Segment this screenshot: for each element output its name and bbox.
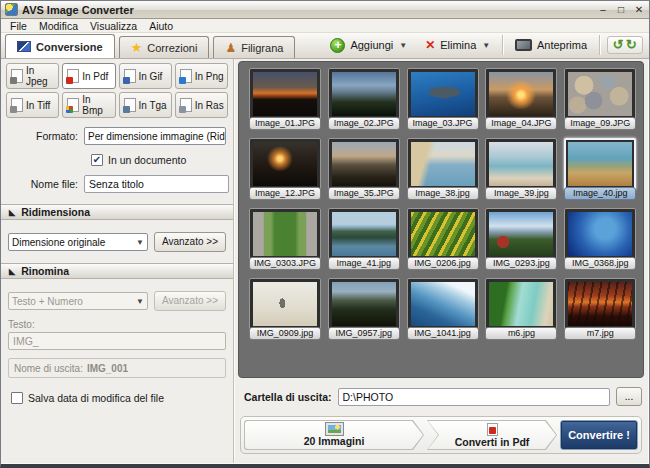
add-label: Aggiungi	[350, 39, 393, 51]
gallery-thumbnail[interactable]: Image_04.JPG	[483, 68, 559, 138]
save-date-checkbox[interactable]	[11, 392, 23, 404]
thumbnail-filename: Image_03.JPG	[407, 117, 479, 130]
thumbnail-photo	[568, 282, 632, 326]
maximize-icon[interactable]: □	[615, 4, 627, 16]
thumbnail-filename: Image_02.JPG	[328, 117, 400, 130]
delete-button[interactable]: ✕ Elimina ▼	[420, 36, 495, 54]
format-button[interactable]: In Png	[175, 63, 228, 89]
stamp-icon: ♟	[225, 42, 236, 54]
resize-preset-select[interactable]: Dimensione originale ▼	[8, 233, 148, 251]
tab-correzioni[interactable]: ★ Correzioni	[119, 36, 210, 58]
thumbnail-filename: Image_39.jpg	[485, 187, 557, 200]
format-button[interactable]: In Pdf	[62, 63, 115, 89]
thumbnail-frame	[564, 68, 636, 120]
close-icon[interactable]: ✕	[633, 4, 645, 16]
chevron-down-icon: ▼	[133, 238, 144, 247]
tab-filigrana[interactable]: ♟ Filigrana	[213, 36, 295, 58]
thumbnail-photo	[411, 72, 475, 116]
output-folder-input[interactable]	[338, 388, 610, 406]
gallery-thumbnail[interactable]: m6.jpg	[483, 278, 559, 348]
format-select[interactable]: Per dimensione immagine (Ridimensiona) ▼	[84, 127, 226, 145]
resize-advanced-button[interactable]: Avanzato >>	[154, 232, 226, 252]
add-button[interactable]: + Aggiungi ▼	[325, 36, 412, 55]
browse-button[interactable]: ...	[616, 387, 642, 406]
gallery-thumbnail[interactable]: IMG_0303.JPG	[247, 208, 323, 278]
thumbnail-filename: IMG_0368.jpg	[564, 257, 636, 270]
menu-item[interactable]: Visualizza	[84, 19, 143, 33]
rename-section-header[interactable]: ◣ Rinomina	[1, 263, 233, 279]
rotate-left-icon[interactable]: ↺	[613, 38, 624, 52]
thumbnail-frame	[485, 138, 557, 190]
gallery-thumbnail[interactable]: Image_09.JPG	[562, 68, 638, 138]
thumbnail-frame	[249, 68, 321, 120]
thumbnail-filename: Image_01.JPG	[249, 117, 321, 130]
thumbnail-filename: IMG_0293.jpg	[485, 257, 557, 270]
gallery-thumbnail[interactable]: Image_40.jpg	[562, 138, 638, 208]
toolbar-separator	[502, 35, 503, 55]
format-button[interactable]: In Tga	[119, 92, 172, 118]
thumbnail-filename: Image_09.JPG	[564, 117, 636, 130]
thumbnail-filename: IMG_0909.jpg	[249, 327, 321, 340]
gallery-thumbnail[interactable]: m7.jpg	[562, 278, 638, 348]
thumbnail-filename: Image_35.JPG	[328, 187, 400, 200]
format-button[interactable]: In Bmp	[62, 92, 115, 118]
thumbnail-filename: Image_38.jpg	[407, 187, 479, 200]
output-folder-label: Cartella di uscita:	[244, 391, 332, 403]
menu-item[interactable]: Modifica	[33, 19, 84, 33]
menu-item[interactable]: Aiuto	[143, 19, 179, 33]
format-button[interactable]: In Tiff	[6, 92, 59, 118]
file-format-icon	[180, 98, 192, 112]
rotate-right-icon[interactable]: ↻	[626, 38, 637, 52]
format-label: In Tiff	[26, 100, 50, 111]
format-button[interactable]: In Jpeg	[6, 63, 59, 89]
gallery-thumbnail[interactable]: IMG_0293.jpg	[483, 208, 559, 278]
thumbnail-frame	[407, 208, 479, 260]
thumbnail-frame	[249, 278, 321, 330]
gallery-thumbnail[interactable]: IMG_0909.jpg	[247, 278, 323, 348]
output-name-prefix: Nome di uscita:	[14, 363, 83, 374]
rename-header-label: Rinomina	[21, 265, 69, 277]
thumbnail-photo	[253, 142, 317, 186]
filename-input[interactable]	[84, 175, 229, 193]
title-bar[interactable]: AVS Image Converter – □ ✕	[1, 1, 649, 19]
gallery-thumbnail[interactable]: Image_41.jpg	[326, 208, 402, 278]
minimize-icon[interactable]: –	[597, 4, 609, 16]
tab-conversione[interactable]: Conversione	[5, 34, 115, 58]
gallery-thumbnail[interactable]: Image_38.jpg	[405, 138, 481, 208]
toolbar-separator	[599, 35, 600, 55]
thumbnail-photo	[411, 142, 475, 186]
gallery-thumbnail[interactable]: Image_01.JPG	[247, 68, 323, 138]
preview-button[interactable]: Anteprima	[510, 37, 592, 53]
gallery-thumbnail[interactable]: Image_12.JPG	[247, 138, 323, 208]
gallery-thumbnail[interactable]: Image_35.JPG	[326, 138, 402, 208]
gallery-thumbnail[interactable]: IMG_0368.jpg	[562, 208, 638, 278]
gallery-thumbnail[interactable]: Image_02.JPG	[326, 68, 402, 138]
gallery-thumbnail[interactable]: Image_03.JPG	[405, 68, 481, 138]
gallery-thumbnail[interactable]: IMG_0957.jpg	[326, 278, 402, 348]
resize-section-header[interactable]: ◣ Ridimensiona	[1, 204, 233, 220]
menu-item[interactable]: File	[4, 19, 33, 33]
thumbnail-frame	[407, 278, 479, 330]
format-button[interactable]: In Gif	[119, 63, 172, 89]
format-button[interactable]: In Ras	[175, 92, 228, 118]
thumbnail-photo	[489, 212, 553, 256]
chevron-down-icon: ▼	[133, 297, 144, 306]
tab-label: Conversione	[36, 41, 103, 53]
single-document-checkbox[interactable]: ✔	[91, 154, 103, 166]
thumbnail-photo	[489, 142, 553, 186]
thumbnail-frame	[328, 68, 400, 120]
gallery-thumbnail[interactable]: Image_39.jpg	[483, 138, 559, 208]
output-name-preview: Nome di uscita: IMG_001	[8, 358, 226, 378]
rename-preset-select[interactable]: Testo + Numero ▼	[8, 292, 148, 310]
format-label: In Gif	[139, 71, 163, 82]
pdf-icon	[487, 423, 498, 436]
convert-button[interactable]: Convertire !	[560, 420, 638, 450]
rename-preset-value: Testo + Numero	[12, 296, 83, 307]
thumbnail-frame	[328, 138, 400, 190]
resize-header-label: Ridimensiona	[21, 206, 90, 218]
gallery-thumbnail[interactable]: IMG_1041.jpg	[405, 278, 481, 348]
tab-toolbar-band: Conversione ★ Correzioni ♟ Filigrana + A…	[1, 33, 649, 59]
file-format-icon	[124, 69, 136, 83]
thumbnail-photo	[568, 72, 632, 116]
gallery-thumbnail[interactable]: IMG_0206.jpg	[405, 208, 481, 278]
